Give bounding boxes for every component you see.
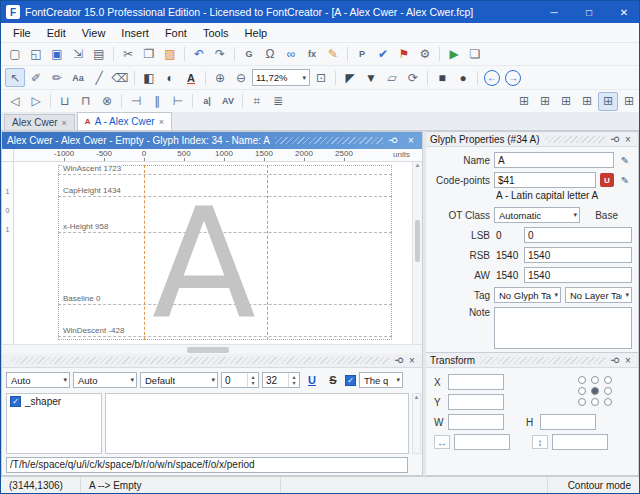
underline-toggle[interactable]: U (303, 372, 321, 389)
glyph-canvas[interactable]: WinAscent 1723 CapHeight 1434 x-Height 9… (14, 162, 412, 344)
transform-x-input[interactable] (448, 374, 504, 390)
grid-toggle-button[interactable]: ⌗ (247, 92, 267, 111)
new-font-button[interactable]: ▢ (5, 45, 25, 64)
sample-text-select[interactable]: The q▾ (359, 372, 403, 388)
metrics-mode-button[interactable]: a| (197, 92, 217, 111)
close-icon[interactable]: × (622, 134, 634, 145)
smart-shape-wedge[interactable]: ▼ (361, 68, 381, 87)
select-tool[interactable]: ↖ (5, 68, 25, 87)
glyph-name-input[interactable] (494, 152, 614, 168)
minimize-button[interactable]: ─ (539, 1, 569, 23)
anchor-point-selector[interactable] (578, 376, 614, 406)
close-button[interactable]: ✕ (609, 1, 639, 23)
font-color-tool[interactable]: A (181, 68, 201, 87)
menu-item[interactable]: Help (237, 23, 276, 42)
preview-option-checkbox[interactable]: ✓ (345, 375, 356, 386)
width-scale-icon[interactable]: ↔ (434, 435, 450, 449)
shaper-checkbox[interactable]: ✓ (10, 396, 21, 407)
maximize-button[interactable]: □ (574, 1, 604, 23)
freehand-tool[interactable]: ✏ (47, 68, 67, 87)
overview-layout-3-button[interactable]: ⊞ (556, 92, 576, 111)
tab-close-icon[interactable]: × (159, 117, 164, 127)
anchor-point-radio[interactable] (591, 398, 599, 406)
height-scale-input[interactable] (552, 434, 608, 450)
letterspacing-stepper[interactable]: 0▴▾ (221, 372, 259, 388)
font-size-stepper[interactable]: 32▴▾ (262, 372, 300, 388)
overview-layout-4-button[interactable]: ⊞ (577, 92, 597, 111)
rsb-input[interactable] (524, 247, 632, 263)
exclude-contours-button[interactable]: ⊗ (97, 92, 117, 111)
zoom-level-combo[interactable]: 11,72% (252, 69, 310, 86)
tab-font-overview[interactable]: Alex Cwer × (4, 114, 75, 130)
tab-close-icon[interactable]: × (62, 118, 67, 128)
previous-glyph-button[interactable]: ← (484, 70, 500, 86)
pin-icon[interactable]: ⚲ (610, 355, 622, 366)
knife-tool[interactable]: ╱ (89, 68, 109, 87)
codepoints-input[interactable] (494, 172, 596, 188)
preview-scrollbar[interactable]: ▲ (412, 393, 421, 454)
contrast-tool[interactable]: ◐ (160, 68, 180, 87)
transform-h-input[interactable] (540, 414, 596, 430)
undo-button[interactable]: ↶ (189, 45, 209, 64)
edit-pencil-button[interactable]: ✎ (323, 45, 343, 64)
ellipse-shape-tool[interactable]: ● (453, 68, 473, 87)
sample-text-button[interactable]: ❏ (465, 45, 485, 64)
smart-shape-triangle[interactable]: ◤ (340, 68, 360, 87)
save-font-button[interactable]: ▣ (47, 45, 67, 64)
guidelines-toggle-button[interactable]: ≣ (268, 92, 288, 111)
scrollbar-thumb[interactable] (187, 347, 229, 353)
note-textarea[interactable] (494, 307, 632, 349)
menu-item[interactable]: File (5, 23, 39, 42)
width-scale-input[interactable] (454, 434, 510, 450)
strikeout-toggle[interactable]: S (324, 372, 342, 389)
anchor-point-radio[interactable] (578, 376, 586, 384)
menu-item[interactable]: Edit (39, 23, 74, 42)
pin-icon[interactable]: ⚲ (388, 135, 400, 146)
open-font-button[interactable]: ◱ (26, 45, 46, 64)
preview-features-select[interactable]: Default▾ (140, 372, 218, 388)
paste-button[interactable]: ▨ (160, 45, 180, 64)
transform-w-input[interactable] (448, 414, 504, 430)
pin-icon[interactable]: ⚲ (610, 134, 622, 145)
anchor-point-radio[interactable] (578, 387, 586, 395)
previous-sample-button[interactable]: ◁ (5, 92, 25, 111)
font-features-button[interactable]: fx (302, 45, 322, 64)
edit-name-icon[interactable]: ✎ (618, 153, 632, 167)
overview-layout-6-button[interactable]: ⊞ (619, 92, 639, 111)
scrollbar-thumb[interactable] (415, 220, 420, 262)
draw-contour-tool[interactable]: ✐ (26, 68, 46, 87)
vertical-scrollbar[interactable]: ▲ (412, 162, 422, 344)
test-font-button[interactable]: ▶ (444, 45, 464, 64)
zoom-in-button[interactable]: ⊕ (210, 68, 230, 87)
align-left-button[interactable]: ⊣ (126, 92, 146, 111)
aw-input[interactable] (524, 267, 632, 283)
unicode-lookup-icon[interactable]: U (600, 173, 614, 187)
shaper-list-item[interactable]: ✓ _shaper (10, 396, 98, 407)
lsb-input[interactable] (524, 227, 632, 243)
overview-layout-2-button[interactable]: ⊞ (535, 92, 555, 111)
menu-item[interactable]: View (74, 23, 114, 42)
next-glyph-button[interactable]: → (505, 70, 521, 86)
glyph-tag-select[interactable]: No Glyph Tag▾ (494, 287, 561, 303)
anchor-point-radio[interactable] (591, 387, 599, 395)
edit-codepoints-icon[interactable]: ✎ (618, 173, 632, 187)
pin-icon[interactable]: ⚲ (394, 355, 406, 366)
align-right-button[interactable]: ⊢ (168, 92, 188, 111)
anchor-point-radio[interactable] (604, 376, 612, 384)
cut-button[interactable]: ✂ (118, 45, 138, 64)
align-center-button[interactable]: ∥ (147, 92, 167, 111)
overview-layout-5-button[interactable]: ⊞ (598, 92, 618, 111)
union-contours-button[interactable]: ⊔ (55, 92, 75, 111)
font-properties-button[interactable]: P (352, 45, 372, 64)
spinner-arrows[interactable]: ▴▾ (288, 373, 299, 387)
transform-y-input[interactable] (448, 394, 504, 410)
rectangle-shape-tool[interactable]: ■ (432, 68, 452, 87)
close-icon[interactable]: × (405, 135, 417, 146)
ot-class-select[interactable]: Automatic▾ (494, 207, 580, 223)
skew-tool[interactable]: ▱ (382, 68, 402, 87)
kerning-mode-button[interactable]: AV (218, 92, 238, 111)
anchor-point-radio[interactable] (591, 376, 599, 384)
anchor-point-radio[interactable] (604, 387, 612, 395)
next-sample-button[interactable]: ▷ (26, 92, 46, 111)
intersect-contours-button[interactable]: ⊓ (76, 92, 96, 111)
